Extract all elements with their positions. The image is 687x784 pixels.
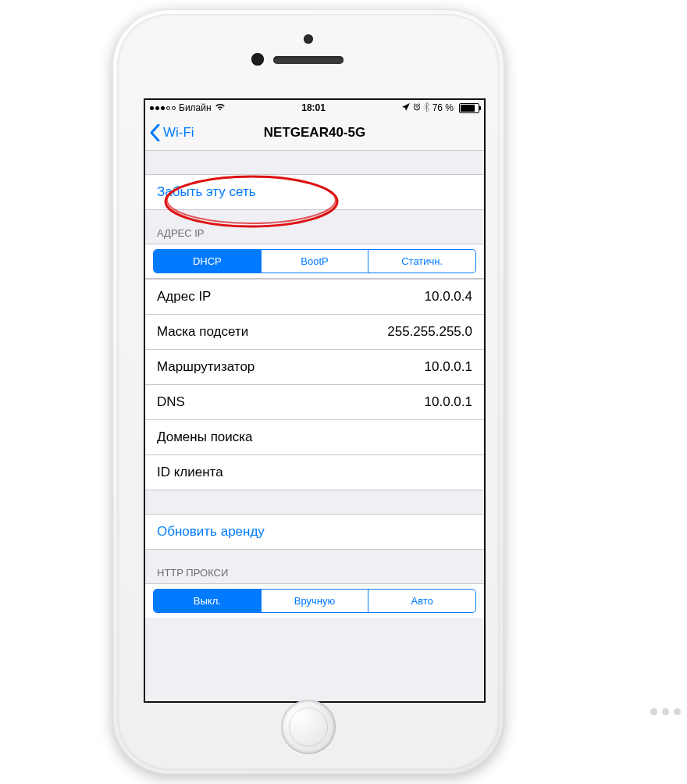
nav-title: NETGEAR40-5G xyxy=(264,125,365,141)
dns-label: DNS xyxy=(157,394,185,410)
status-bar: Билайн 18:01 xyxy=(145,100,484,116)
alarm-icon xyxy=(413,102,421,113)
nav-bar: Wi-Fi NETGEAR40-5G xyxy=(145,116,484,151)
signal-dots-icon xyxy=(150,106,176,110)
iphone-frame: Билайн 18:01 xyxy=(112,9,504,775)
content: Забыть эту сеть АДРЕС IP DHCP BootP Стат… xyxy=(145,151,484,702)
screen: Билайн 18:01 xyxy=(144,98,486,703)
ip-details-group: Адрес IP 10.0.0.4 Маска подсети 255.255.… xyxy=(145,279,484,490)
router-value: 10.0.0.1 xyxy=(425,359,472,375)
forget-network-button[interactable]: Забыть эту сеть xyxy=(145,174,484,210)
bluetooth-icon xyxy=(424,102,429,114)
status-right: 76 % xyxy=(402,102,479,114)
proximity-sensor xyxy=(251,53,264,66)
ip-value: 10.0.0.4 xyxy=(425,289,472,305)
mask-label: Маска подсети xyxy=(157,324,248,340)
row-search-domains[interactable]: Домены поиска xyxy=(145,420,484,455)
ip-mode-segmented: DHCP BootP Статичн. xyxy=(145,244,484,279)
iphone-inner: Билайн 18:01 xyxy=(117,14,500,770)
back-label: Wi-Fi xyxy=(163,125,194,141)
ip-label: Адрес IP xyxy=(157,289,211,305)
search-domains-label: Домены поиска xyxy=(157,429,253,445)
earpiece-speaker xyxy=(273,56,344,64)
router-label: Маршрутизатор xyxy=(157,359,255,375)
wifi-icon xyxy=(215,102,226,113)
seg-proxy-manual[interactable]: Вручную xyxy=(261,590,368,612)
proxy-section-header: HTTP ПРОКСИ xyxy=(145,550,484,583)
back-button[interactable]: Wi-Fi xyxy=(150,124,194,141)
status-left: Билайн xyxy=(150,102,226,113)
row-router[interactable]: Маршрутизатор 10.0.0.1 xyxy=(145,350,484,385)
mask-value: 255.255.255.0 xyxy=(387,324,472,340)
row-ip[interactable]: Адрес IP 10.0.0.4 xyxy=(145,280,484,315)
page: Билайн 18:01 xyxy=(0,0,687,784)
forget-network-label: Забыть эту сеть xyxy=(157,184,256,200)
battery-pct: 76 % xyxy=(432,102,454,113)
dns-value: 10.0.0.1 xyxy=(425,394,472,410)
overflow-dots-icon xyxy=(650,708,681,715)
renew-lease-label: Обновить аренду xyxy=(157,524,265,540)
client-id-label: ID клиента xyxy=(157,465,223,480)
seg-bootp[interactable]: BootP xyxy=(261,250,368,273)
row-mask[interactable]: Маска подсети 255.255.255.0 xyxy=(145,315,484,350)
carrier-label: Билайн xyxy=(179,102,212,113)
seg-static[interactable]: Статичн. xyxy=(368,250,475,273)
location-icon xyxy=(402,102,410,113)
seg-proxy-off[interactable]: Выкл. xyxy=(154,590,261,612)
chevron-left-icon xyxy=(150,124,160,141)
status-time: 18:01 xyxy=(301,102,326,113)
home-button[interactable] xyxy=(281,700,336,754)
front-camera xyxy=(304,34,313,44)
ip-section-header: АДРЕС IP xyxy=(145,210,484,244)
proxy-mode-segmented: Выкл. Вручную Авто xyxy=(145,583,484,618)
row-dns[interactable]: DNS 10.0.0.1 xyxy=(145,385,484,420)
renew-lease-button[interactable]: Обновить аренду xyxy=(145,514,484,550)
row-client-id[interactable]: ID клиента xyxy=(145,455,484,490)
seg-proxy-auto[interactable]: Авто xyxy=(368,590,475,612)
seg-dhcp[interactable]: DHCP xyxy=(154,250,261,273)
battery-icon xyxy=(457,103,479,113)
